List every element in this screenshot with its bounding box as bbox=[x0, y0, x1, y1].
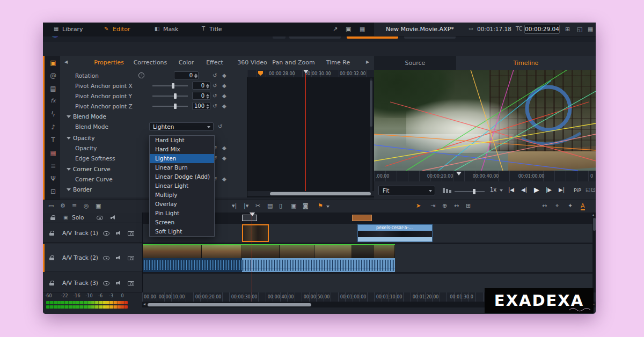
reset-icon[interactable]: ↺ bbox=[218, 123, 222, 129]
tab-properties[interactable]: Properties bbox=[94, 59, 124, 66]
tabs-scroll-right-icon[interactable]: ▶ bbox=[366, 60, 369, 64]
tab-pan-and-zoom[interactable]: Pan and Zoom bbox=[272, 59, 314, 66]
keyframe-icon[interactable]: ◆ bbox=[222, 93, 226, 99]
volume-keyframe-line[interactable] bbox=[143, 268, 395, 268]
share-icon[interactable]: ↗ bbox=[333, 26, 338, 33]
scrollbar-thumb[interactable] bbox=[593, 218, 596, 231]
stepper-icon[interactable] bbox=[206, 93, 209, 100]
menu-item-linear-light[interactable]: Linear Light bbox=[150, 181, 214, 191]
keyframe-ruler[interactable]: 00:00:28.00 00:00:30.00 00:00:32.00 bbox=[247, 70, 375, 77]
panel-layout-icon[interactable]: ⊞ bbox=[565, 26, 570, 33]
speaker-icon[interactable] bbox=[116, 281, 121, 285]
group-row-blend-mode[interactable]: Blend Mode bbox=[60, 112, 247, 122]
track-header-3[interactable]: A/V Track (3) bbox=[43, 274, 142, 292]
audio-ducking-icon[interactable]: A bbox=[581, 202, 585, 210]
marker-flag-icon[interactable]: ⚑ bbox=[318, 202, 323, 209]
menu-item-screen[interactable]: Screen bbox=[150, 218, 214, 227]
video-preview[interactable] bbox=[374, 70, 596, 171]
keyframe-icon[interactable]: ◆ bbox=[222, 145, 226, 151]
magnet-icon[interactable]: ↔ bbox=[542, 202, 547, 209]
timeline-marker-clip[interactable] bbox=[352, 215, 372, 221]
timeline-vertical-scrollbar[interactable]: ▴ bbox=[592, 213, 596, 292]
rail-voiceover-icon[interactable]: Ψ bbox=[45, 175, 62, 182]
collapse-icon[interactable] bbox=[67, 168, 71, 171]
scroll-left-icon[interactable]: ◂ bbox=[143, 302, 145, 306]
scrollbar-thumb[interactable] bbox=[370, 80, 372, 127]
preview-ruler[interactable]: .00.00 00:00:20.00 00:00:40.00 00:01:00.… bbox=[374, 171, 596, 181]
pivot-z-value-field[interactable]: 100 bbox=[192, 102, 210, 110]
tab-color[interactable]: Color bbox=[179, 59, 194, 66]
scroll-up-icon[interactable]: ▴ bbox=[592, 213, 594, 216]
menu-item-multiply[interactable]: Multiply bbox=[150, 191, 214, 200]
speaker-icon[interactable] bbox=[116, 255, 121, 260]
keyframe-playhead-handle[interactable] bbox=[303, 70, 309, 74]
menu-item-pin-light[interactable]: Pin Light bbox=[150, 209, 214, 218]
lock-icon[interactable] bbox=[49, 231, 54, 236]
zoom-slider[interactable] bbox=[455, 191, 485, 192]
go-to-start-button[interactable]: |◀ bbox=[508, 187, 514, 193]
rail-media-icon[interactable]: ▣ bbox=[45, 59, 62, 67]
stepper-icon[interactable] bbox=[194, 72, 197, 79]
insert-mode-icon[interactable]: ⊕ bbox=[442, 202, 447, 209]
slider-thumb[interactable] bbox=[174, 104, 177, 109]
scrollbar-thumb[interactable] bbox=[148, 303, 311, 306]
pip-button[interactable]: PiP bbox=[574, 187, 581, 193]
smart-mode-icon[interactable]: ⊞ bbox=[466, 202, 471, 209]
scrollbar-thumb[interactable] bbox=[270, 192, 371, 195]
tab-corrections[interactable]: Corrections bbox=[134, 59, 167, 66]
selection-pointer-icon[interactable]: ➤ bbox=[416, 202, 421, 209]
copy-icon[interactable]: ▣ bbox=[96, 202, 101, 209]
keyframe-horizontal-scrollbar[interactable] bbox=[247, 191, 375, 196]
preview-playhead-handle[interactable] bbox=[456, 172, 462, 175]
eye-icon[interactable] bbox=[103, 231, 109, 236]
keyframe-vertical-scrollbar[interactable] bbox=[370, 78, 372, 191]
tab-timeline[interactable]: Timeline bbox=[456, 56, 596, 70]
razor-icon[interactable]: ✂ bbox=[255, 202, 260, 209]
zoom-fit-dropdown[interactable]: Fit bbox=[378, 186, 435, 195]
timeline-playhead-handle[interactable] bbox=[250, 213, 255, 216]
speaker-icon[interactable] bbox=[111, 215, 116, 220]
dual-view-icon[interactable]: ▦ bbox=[588, 26, 593, 33]
eye-icon[interactable] bbox=[103, 281, 109, 285]
pivot-x-value-field[interactable]: 0 bbox=[192, 82, 210, 90]
tab-effect[interactable]: Effect bbox=[206, 59, 223, 66]
menu-item-lighten[interactable]: Lighten bbox=[150, 154, 214, 163]
go-to-end-button[interactable]: ▶| bbox=[559, 187, 565, 193]
track-header-2[interactable]: A/V Track (2) bbox=[43, 244, 142, 272]
rail-templates-icon[interactable]: ▦ bbox=[45, 149, 62, 157]
keyframe-icon[interactable]: ◆ bbox=[222, 72, 226, 78]
pivot-y-value-field[interactable]: 0 bbox=[192, 92, 210, 100]
camera-icon[interactable] bbox=[128, 256, 134, 260]
overwrite-mode-icon[interactable]: ↔ bbox=[454, 202, 459, 209]
edge-trim-icon[interactable]: ⇥ bbox=[430, 202, 435, 209]
grid-view-icon[interactable]: ▦ bbox=[360, 26, 365, 33]
keyframe-panel[interactable]: 00:00:28.00 00:00:30.00 00:00:32.00 bbox=[247, 70, 374, 197]
menu-item-linear-dodge[interactable]: Linear Dodge (Add) bbox=[150, 172, 214, 181]
timecode-field[interactable]: 00:00:29.04 bbox=[524, 25, 560, 34]
reset-icon[interactable]: ↺ bbox=[213, 83, 217, 89]
rail-transitions-icon[interactable]: ϟ bbox=[45, 111, 62, 118]
tab-library[interactable]: Library bbox=[62, 26, 83, 33]
slider-thumb[interactable] bbox=[172, 83, 174, 89]
playback-speed[interactable]: 1x bbox=[490, 187, 496, 193]
solo-icon[interactable]: ▣ bbox=[63, 215, 68, 220]
trim-in-icon[interactable]: ▾| bbox=[232, 202, 237, 209]
pivot-y-slider[interactable] bbox=[152, 96, 188, 97]
timeline-playhead-line[interactable] bbox=[252, 213, 252, 302]
stepper-icon[interactable] bbox=[206, 103, 209, 110]
record-icon[interactable]: ◎ bbox=[84, 202, 89, 209]
fullscreen-icon[interactable]: ⊡ bbox=[591, 187, 595, 193]
tab-mask[interactable]: Mask bbox=[163, 26, 178, 33]
tab-source[interactable]: Source bbox=[374, 56, 456, 70]
rotation-dial-icon[interactable] bbox=[138, 72, 144, 78]
eye-icon[interactable] bbox=[103, 256, 109, 260]
pivot-z-slider[interactable] bbox=[152, 106, 188, 107]
collapse-icon[interactable] bbox=[67, 137, 71, 140]
speaker-icon[interactable] bbox=[116, 231, 121, 236]
lock-icon[interactable] bbox=[50, 215, 55, 220]
audio-mixer-icon[interactable]: ≡ bbox=[72, 202, 77, 209]
menu-item-overlay[interactable]: Overlay bbox=[150, 200, 214, 209]
track2-clip-group[interactable] bbox=[143, 244, 395, 272]
slider-thumb[interactable] bbox=[473, 189, 475, 194]
selected-clip[interactable] bbox=[242, 224, 269, 242]
